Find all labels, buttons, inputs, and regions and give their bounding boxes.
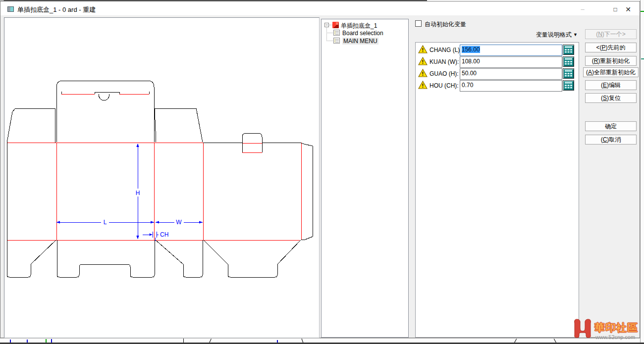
background-right-strip xyxy=(640,0,644,344)
variable-row: ! CHANG (L): 156.00 xyxy=(418,44,577,55)
next-button[interactable]: (N)下一个> xyxy=(585,29,637,39)
warning-icon: ! xyxy=(418,81,428,89)
tree-item-main-menu[interactable]: MAIN MENU xyxy=(342,38,378,45)
background-green-line xyxy=(641,11,644,12)
variable-label: CHANG (L): xyxy=(429,47,462,53)
auto-init-label: 自动初始化变量 xyxy=(425,20,466,29)
tree-connector xyxy=(326,33,333,33)
calculator-button[interactable] xyxy=(563,56,574,67)
svg-text:!: ! xyxy=(422,59,424,65)
dimension-lines xyxy=(56,144,203,241)
title-bar: 单插扣底盒_1 - 0 ard - 重建 – □ ✕ xyxy=(0,1,640,15)
variable-label: HOU (CH): xyxy=(429,82,459,89)
variable-input-hou-ch[interactable]: 0.70 xyxy=(460,80,562,92)
warning-icon: ! xyxy=(418,57,428,65)
geometry-tree-panel: − 单插扣底盒_1 Board selection MAIN MENU xyxy=(321,19,409,338)
reinitialize-all-button[interactable]: (A)全部重新初始化 xyxy=(583,67,639,77)
background-bottom-strip xyxy=(0,338,640,343)
variable-format-label: 变量说明格式 xyxy=(536,31,572,38)
cancel-button[interactable]: (C)取消 xyxy=(585,135,637,145)
svg-text:!: ! xyxy=(422,83,424,89)
menu-doc-icon xyxy=(333,38,340,44)
variable-input-guao-h[interactable]: 50.00 xyxy=(460,68,562,80)
variable-row: ! HOU (CH): 0.70 xyxy=(418,80,577,91)
dieline-preview-canvas[interactable]: H L W CH xyxy=(4,17,320,338)
variable-row: ! GUAO (H): 50.00 xyxy=(418,68,577,79)
variables-groupbox: ! CHANG (L): 156.00 ! KUAN (W): 108.00 ! xyxy=(415,42,579,338)
auto-init-checkbox[interactable] xyxy=(415,20,422,27)
variable-label: GUAO (H): xyxy=(429,70,459,77)
dim-label-ch: CH xyxy=(160,231,168,238)
background-green-dash xyxy=(641,58,644,59)
warning-icon: ! xyxy=(418,69,428,77)
reset-button[interactable]: (S)复位 xyxy=(585,93,637,103)
variable-row: ! KUAN (W): 108.00 xyxy=(418,56,577,67)
previous-button[interactable]: <(P)先前的 xyxy=(585,43,637,52)
tree-connector xyxy=(326,28,327,41)
box-design-icon xyxy=(332,22,339,28)
app-icon xyxy=(7,6,14,12)
calculator-button[interactable] xyxy=(563,80,574,91)
tree-connector xyxy=(326,41,333,41)
screenshot-root: 单插扣底盒_1 - 0 ard - 重建 – □ ✕ xyxy=(0,0,644,344)
ok-button[interactable]: 确定 xyxy=(585,121,637,131)
chevron-down-icon: ▼ xyxy=(573,32,578,37)
edit-button[interactable]: (E)编辑 xyxy=(585,80,637,90)
cut-lines xyxy=(7,81,313,277)
tree-expander-icon[interactable]: − xyxy=(324,23,329,27)
dim-label-w: W xyxy=(176,219,182,226)
dim-label-l: L xyxy=(104,219,107,226)
variable-label: KUAN (W): xyxy=(429,58,459,65)
calculator-button[interactable] xyxy=(563,68,574,79)
reinitialize-button[interactable]: (R)重新初始化 xyxy=(585,56,637,66)
tree-item-board-selection[interactable]: Board selection xyxy=(342,30,383,37)
dim-label-h: H xyxy=(136,190,140,197)
close-button[interactable]: ✕ xyxy=(621,4,636,14)
variable-format-dropdown[interactable]: 变量说明格式 ▼ xyxy=(495,31,578,39)
svg-text:!: ! xyxy=(422,71,424,77)
minimize-button[interactable]: – xyxy=(575,4,590,14)
tree-root-item[interactable]: 单插扣底盒_1 xyxy=(341,22,377,30)
variable-input-chang-l[interactable]: 156.00 xyxy=(460,45,562,56)
svg-text:!: ! xyxy=(422,47,424,53)
calculator-button[interactable] xyxy=(563,45,574,55)
window-title: 单插扣底盒_1 - 0 ard - 重建 xyxy=(17,5,96,14)
dieline-drawing: H L W CH xyxy=(4,18,319,338)
variable-input-kuan-w[interactable]: 108.00 xyxy=(460,56,562,68)
warning-icon: ! xyxy=(418,45,428,53)
menu-doc-icon xyxy=(333,30,340,36)
